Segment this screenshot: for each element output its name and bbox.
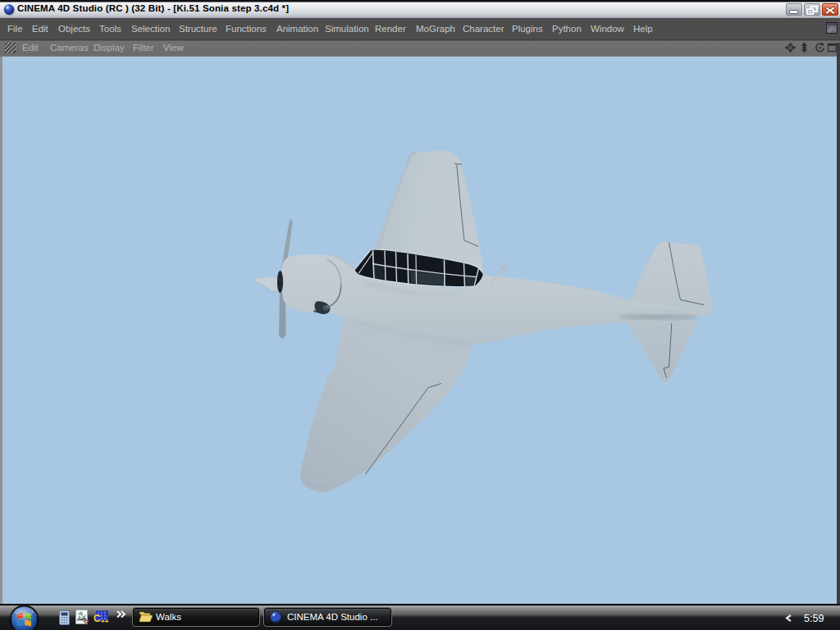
svg-text:++: ++ [101, 618, 109, 624]
svg-text:C: C [94, 613, 101, 624]
